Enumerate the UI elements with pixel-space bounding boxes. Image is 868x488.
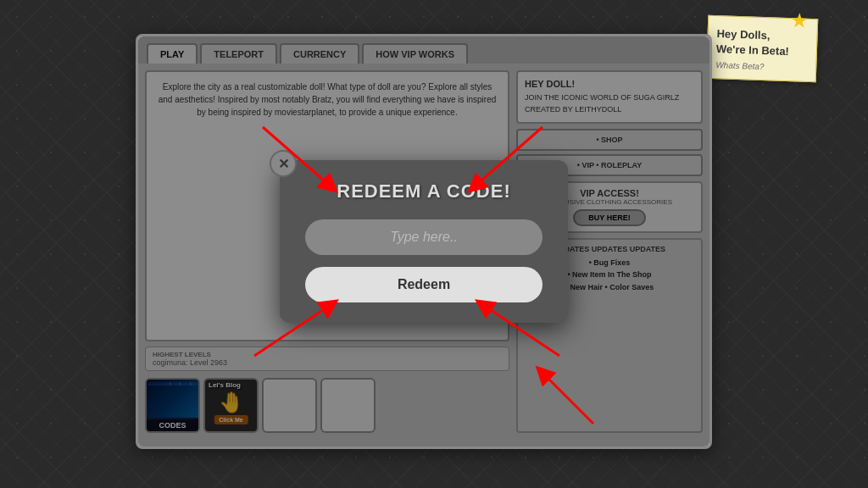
code-input[interactable] [305, 219, 542, 255]
modal-close-button[interactable]: ✕ [270, 150, 297, 177]
sticky-note: Hey Dolls, We're In Beta! Whats Beta? [706, 15, 819, 83]
main-window: PLAY TELEPORT CURRENCY HOW VIP WORKS Exp… [136, 34, 712, 449]
modal-title: REDEEM A CODE! [305, 180, 542, 202]
modal-overlay: ✕ REDEEM A CODE! Redeem [138, 36, 709, 446]
sticky-sub: Whats Beta? [715, 60, 807, 73]
redeem-button[interactable]: Redeem [305, 267, 542, 302]
sticky-line2: We're In Beta! [716, 42, 809, 60]
redeem-modal: ✕ REDEEM A CODE! Redeem [280, 160, 568, 323]
